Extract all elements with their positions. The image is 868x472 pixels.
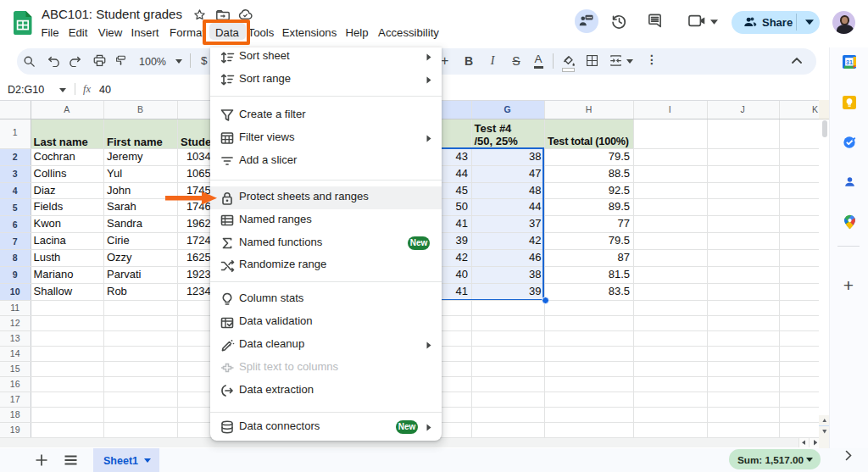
svg-text:31: 31 <box>846 59 853 65</box>
